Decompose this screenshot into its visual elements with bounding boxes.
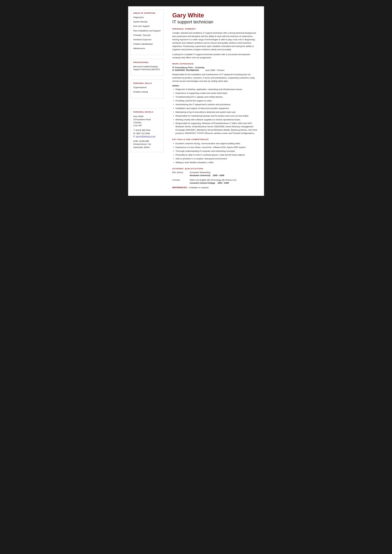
personal-dob: DOB: 12/09/1985 [133,140,161,143]
work-role: IT SUPPORT TECHNICIAN [172,69,199,71]
academic-field-1: Computer Networking [190,171,210,173]
work-experience-heading: WORK EXPERIENCE [172,63,258,65]
key-skills-list: Excellent customer facing, communication… [172,142,258,164]
main-content: Gary White IT support technician PERSONA… [166,6,264,196]
personal-nationality: Nationality: British [133,146,161,149]
sidebar: AREAS OF EXPERTISE Diagnostics System Ba… [128,6,166,196]
expertise-item-3: End User Support [133,25,161,28]
academic-institution-1-name: Nuneaton University [190,174,210,177]
duty-4: Providing 1st/2nd line support to users. [175,99,258,103]
skill-3: Thorough understanding of computer and n… [175,150,258,153]
expertise-item-5: Firewalls / Security [133,34,161,37]
academic-institution-1: Nuneaton University 2005 - 2008 [172,174,258,177]
duty-1: Diagnosis of desktop, application, netwo… [175,88,258,91]
email-link[interactable]: gary.w@dayjob.co.uk [136,135,155,138]
personal-address3: CV6 7RF [133,124,161,127]
personal-name: Gary White [133,115,161,118]
personal-driving: Driving license: Yes [133,143,161,146]
expertise-item-8: Maintenance [133,47,161,50]
skill-1: Excellent customer facing, communication… [175,142,258,145]
work-role-line: IT SUPPORT TECHNICIAN June 2008 - Presen… [172,69,258,71]
professional-section: PROFESSIONAL Microsoft Certified Desktop… [131,59,163,76]
work-company-name: IT Consultancy Firm – Coventry [172,66,204,69]
duty-5: Administering the IT department's polici… [175,103,258,106]
expertise-item-7: Problem identification [133,43,161,45]
personal-details-section: PERSONAL DETAILS Gary White 34 Anywhere … [131,108,163,152]
personal-skills-section: PERSONAL SKILLS Organisational Problem s… [131,80,163,98]
skill-4: Physically fit, able to work in confined… [175,153,258,157]
personal-address2: Coventry [133,121,161,124]
duty-9: Working closely with software suppliers … [175,118,258,121]
alevel-subjects: Maths (A) English (B) Technology (B) Sci… [190,179,237,181]
duty-2: Experience of supporting a wide and vari… [175,92,258,95]
skill-5: Able to prioritize in a complex, fast-pa… [175,157,258,160]
personal-summary-p1: A bright, talented and ambitious IT supp… [172,31,258,51]
personal-details-title: PERSONAL DETAILS [133,111,161,113]
academic-row-1: BSc (Hons) Computer Networking [172,171,258,173]
alevel-institution: Coventry Central College 2003 - 2005 [172,182,258,184]
references-line: REFERENCES – Available on request. [172,186,258,189]
expertise-item-6: Hardware Exposure [133,38,161,41]
duties-list: Diagnosis of desktop, application, netwo… [172,88,258,135]
academic-degree-1: BSc (Hons) [172,171,190,173]
email-label: E: [133,135,135,138]
work-description: Responsible for the installation and mai… [172,73,258,83]
duty-3: Troubleshooting PC's, laptops and mobile… [175,95,258,99]
personal-summary-heading: PERSONAL SUMMARY [172,28,258,30]
expertise-item-1: Diagnostics [133,16,161,19]
work-date: June 2008 - Present [205,69,224,71]
references-text: – Available on request. [188,186,209,189]
alevel-institution-years: 2003 - 2005 [217,182,229,184]
key-skills-heading: KEY SKILLS AND COMPETENCIES [172,138,258,140]
duty-7: Maintaining a log of all problems detect… [175,111,258,114]
personal-email: E: gary.w@dayjob.co.uk [133,135,161,138]
academic-institution-1-years: 2005 - 2008 [213,174,224,177]
areas-of-expertise-title: AREAS OF EXPERTISE [133,12,161,14]
expertise-item-4: New Installations and Support [133,29,161,32]
job-title: IT support technician [172,20,258,24]
duties-label: Duties: [172,84,258,87]
duty-10: Responsible for supporting: Windows XP/V… [175,122,258,135]
alevel-row: A levels: Maths (A) English (B) Technolo… [172,179,258,181]
skill-item-1: Organisational [133,86,161,89]
duty-6: Installation and support of telecommunic… [175,107,258,110]
personal-summary-p2: Looking for a suitable IT support techni… [172,53,258,60]
sidebar-spacer-2 [128,105,166,108]
personal-gap-2 [133,138,161,140]
alevel-institution-name: Coventry Central College [190,182,215,184]
skill-item-2: Problem solving [133,90,161,93]
alevel-label: A levels: [172,179,190,181]
academic-heading: ACADEMIC QUALIFICATIONS [172,168,258,170]
personal-gap-1 [133,127,161,129]
resume-page: AREAS OF EXPERTISE Diagnostics System Ba… [128,6,264,196]
areas-of-expertise-section: AREAS OF EXPERTISE Diagnostics System Ba… [131,9,163,55]
work-company: IT Consultancy Firm – Coventry [172,66,258,69]
skill-2: Experience of Lotus Notes, Linux/Unix, V… [175,146,258,149]
sidebar-spacer [128,102,166,105]
expertise-item-2: System Backup [133,20,161,23]
personal-address1: 34 Anywhere Road [133,118,161,121]
personal-skills-title: PERSONAL SKILLS [133,82,161,84]
professional-content: Microsoft Certified Desktop Support Tech… [133,65,161,71]
personal-phone: T: 02476 888 5544 [133,129,161,132]
personal-mobile: M: 0887 222 9999 [133,132,161,135]
professional-title: PROFESSIONAL [133,62,161,63]
references-label: REFERENCES [172,186,187,189]
candidate-name: Gary White [172,12,258,19]
duty-8: Responsible for maintaining backups and … [175,114,258,118]
skill-6: Willing to work flexible schedules / shi… [175,161,258,164]
